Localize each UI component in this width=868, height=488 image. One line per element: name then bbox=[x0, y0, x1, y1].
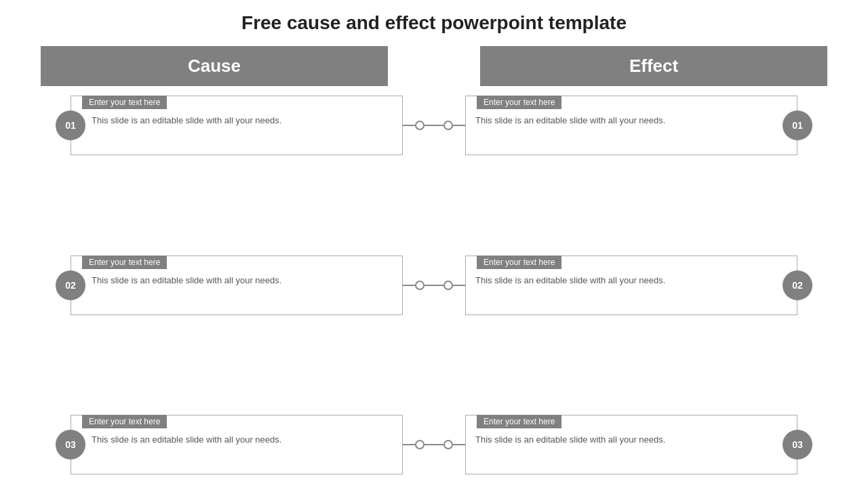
bridge-3 bbox=[425, 444, 443, 445]
effect-circle-1: 01 bbox=[783, 110, 812, 140]
cause-stub-2 bbox=[403, 285, 415, 286]
left-card-area-2: 02 Enter your text here This slide is an… bbox=[41, 256, 415, 315]
bridge-2 bbox=[425, 285, 443, 286]
cause-circle-2: 02 bbox=[56, 270, 85, 300]
row-2: 02 Enter your text here This slide is an… bbox=[41, 256, 827, 315]
dot-right-2 bbox=[443, 281, 453, 290]
effect-card-2: Enter your text here This slide is an ed… bbox=[465, 256, 797, 315]
effect-circle-3: 03 bbox=[783, 430, 812, 460]
row-1: 01 Enter your text here This slide is an… bbox=[41, 96, 827, 155]
cause-circle-3: 03 bbox=[56, 430, 85, 460]
effect-label-1: Enter your text here bbox=[477, 96, 561, 109]
cause-stub-3 bbox=[403, 444, 415, 445]
right-card-area-1: Enter your text here This slide is an ed… bbox=[453, 96, 827, 155]
center-connector-2 bbox=[415, 281, 453, 290]
cause-label-1: Enter your text here bbox=[82, 96, 167, 109]
effect-label-2: Enter your text here bbox=[477, 256, 561, 269]
right-card-area-2: Enter your text here This slide is an ed… bbox=[453, 256, 827, 315]
cause-card-2: Enter your text here This slide is an ed… bbox=[71, 256, 403, 315]
effect-stub-3 bbox=[453, 444, 465, 445]
bridge-1 bbox=[425, 125, 443, 126]
cause-label-3: Enter your text here bbox=[82, 415, 167, 428]
cause-card-1: Enter your text here This slide is an ed… bbox=[71, 96, 403, 155]
dot-right-1 bbox=[443, 121, 453, 130]
effect-label-3: Enter your text here bbox=[477, 415, 561, 428]
effect-card-1: Enter your text here This slide is an ed… bbox=[465, 96, 797, 155]
row-3: 03 Enter your text here This slide is an… bbox=[41, 415, 827, 474]
center-connector-3 bbox=[415, 440, 453, 449]
right-card-area-3: Enter your text here This slide is an ed… bbox=[453, 415, 827, 474]
effect-circle-2: 02 bbox=[783, 270, 812, 300]
dot-left-1 bbox=[415, 121, 425, 130]
effect-card-3: Enter your text here This slide is an ed… bbox=[465, 415, 797, 474]
effect-stub-2 bbox=[453, 285, 465, 286]
effect-stub-1 bbox=[453, 125, 465, 126]
cause-header: Cause bbox=[41, 46, 388, 86]
cause-card-3: Enter your text here This slide is an ed… bbox=[71, 415, 403, 474]
center-connector-1 bbox=[415, 121, 453, 130]
dot-left-2 bbox=[415, 281, 425, 290]
effect-header: Effect bbox=[480, 46, 827, 86]
cause-stub-1 bbox=[403, 125, 415, 126]
left-card-area-1: 01 Enter your text here This slide is an… bbox=[41, 96, 415, 155]
left-card-area-3: 03 Enter your text here This slide is an… bbox=[41, 415, 415, 474]
cause-circle-1: 01 bbox=[56, 110, 85, 140]
dot-left-3 bbox=[415, 440, 425, 449]
cause-label-2: Enter your text here bbox=[82, 256, 167, 269]
dot-right-3 bbox=[443, 440, 453, 449]
page-container: Free cause and effect powerpoint templat… bbox=[0, 0, 868, 488]
page-title: Free cause and effect powerpoint templat… bbox=[241, 12, 627, 34]
